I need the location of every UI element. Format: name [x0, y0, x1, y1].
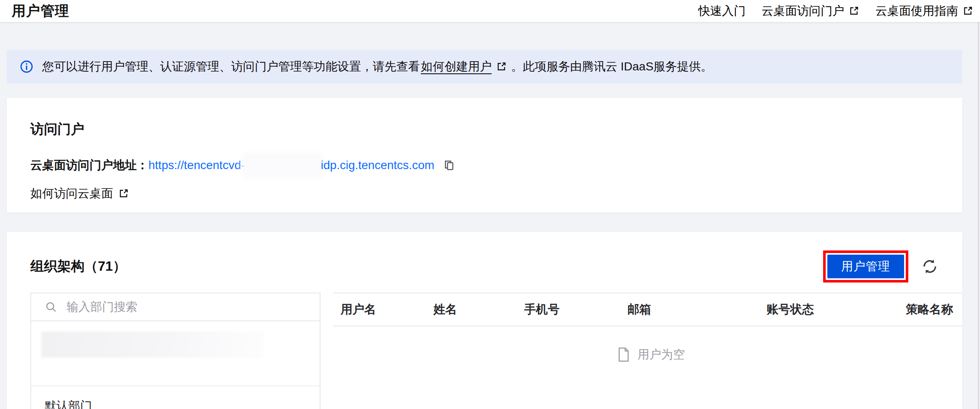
- how-to-access-link[interactable]: 如何访问云桌面: [30, 186, 129, 202]
- department-search-input[interactable]: [67, 300, 310, 314]
- external-link-icon: [962, 5, 973, 16]
- organization-count: （71）: [84, 258, 127, 274]
- portal-url-redacted-segment: [246, 156, 320, 175]
- desktop-portal-link-label: 云桌面访问门户: [762, 3, 844, 19]
- column-header-username: 用户名: [333, 301, 430, 318]
- refresh-button[interactable]: [921, 258, 939, 275]
- quick-start-link-label: 快速入门: [698, 3, 746, 19]
- column-header-phone: 手机号: [521, 301, 624, 318]
- column-header-name: 姓名: [430, 301, 521, 318]
- user-table: 用户名 姓名 手机号 邮箱 账号状态 策略名称 用户为空: [333, 293, 962, 409]
- organization-actions: 用户管理: [823, 250, 939, 283]
- portal-url-prefix: https://tencentcvd-: [148, 159, 245, 172]
- portal-url-suffix: idp.cig.tencentcs.com: [321, 159, 434, 172]
- scrollbar-track[interactable]: [978, 0, 979, 409]
- department-panel: 默认部门: [30, 293, 320, 409]
- organization-title-text: 组织架构: [30, 258, 84, 274]
- external-link-icon: [848, 5, 859, 16]
- column-header-policy-name: 策略名称: [902, 301, 962, 318]
- info-circle-icon: [19, 59, 34, 74]
- search-icon: [45, 301, 57, 313]
- info-banner: 您可以进行用户管理、认证源管理、访问门户管理等功能设置，请先查看如何创建用户 。…: [7, 50, 962, 83]
- file-empty-icon: [617, 347, 631, 363]
- department-search: [31, 293, 320, 321]
- external-link-icon: [118, 188, 129, 199]
- access-portal-card: 访问门户 云桌面访问门户地址： https://tencentcvd- idp.…: [7, 98, 962, 213]
- banner-text-before: 您可以进行用户管理、认证源管理、访问门户管理等功能设置，请先查看: [42, 59, 420, 75]
- organization-title: 组织架构（71）: [30, 257, 127, 276]
- how-to-access-label: 如何访问云桌面: [30, 186, 113, 202]
- access-portal-title: 访问门户: [30, 121, 939, 137]
- table-empty-state: 用户为空: [333, 347, 962, 363]
- copy-icon[interactable]: [443, 159, 455, 172]
- page-header: 用户管理 快速入门 云桌面访问门户 云桌面使用指南: [0, 0, 980, 22]
- redacted-department-name: [41, 331, 264, 358]
- page-title: 用户管理: [12, 2, 69, 21]
- header-links: 快速入门 云桌面访问门户 云桌面使用指南: [698, 3, 973, 19]
- column-header-account-status: 账号状态: [763, 301, 902, 318]
- organization-body: 默认部门 用户名 姓名 手机号 邮箱 账号状态 策略名称 用户为空: [30, 293, 939, 409]
- desktop-guide-link[interactable]: 云桌面使用指南: [875, 3, 973, 19]
- column-header-email: 邮箱: [624, 301, 763, 318]
- desktop-guide-link-label: 云桌面使用指南: [875, 3, 958, 19]
- organization-card-header: 组织架构（71） 用户管理: [30, 250, 939, 283]
- portal-address-link[interactable]: https://tencentcvd- idp.cig.tencentcs.co…: [148, 156, 434, 175]
- banner-text-after: 。此项服务由腾讯云 IDaaS服务提供。: [511, 59, 713, 75]
- external-link-icon[interactable]: [496, 61, 507, 72]
- portal-address-label: 云桌面访问门户地址：: [30, 157, 148, 173]
- desktop-portal-link[interactable]: 云桌面访问门户: [762, 3, 859, 19]
- how-to-create-user-link[interactable]: 如何创建用户: [421, 59, 492, 75]
- department-item-redacted[interactable]: [31, 331, 320, 386]
- quick-start-link[interactable]: 快速入门: [698, 3, 746, 19]
- table-empty-label: 用户为空: [638, 347, 685, 363]
- portal-address-row: 云桌面访问门户地址： https://tencentcvd- idp.cig.t…: [30, 156, 939, 175]
- department-item-default[interactable]: 默认部门: [31, 386, 320, 409]
- user-table-header: 用户名 姓名 手机号 邮箱 账号状态 策略名称: [333, 293, 962, 326]
- organization-card: 组织架构（71） 用户管理: [7, 232, 962, 409]
- user-management-button[interactable]: 用户管理: [827, 255, 904, 278]
- annotation-highlight: 用户管理: [823, 250, 908, 283]
